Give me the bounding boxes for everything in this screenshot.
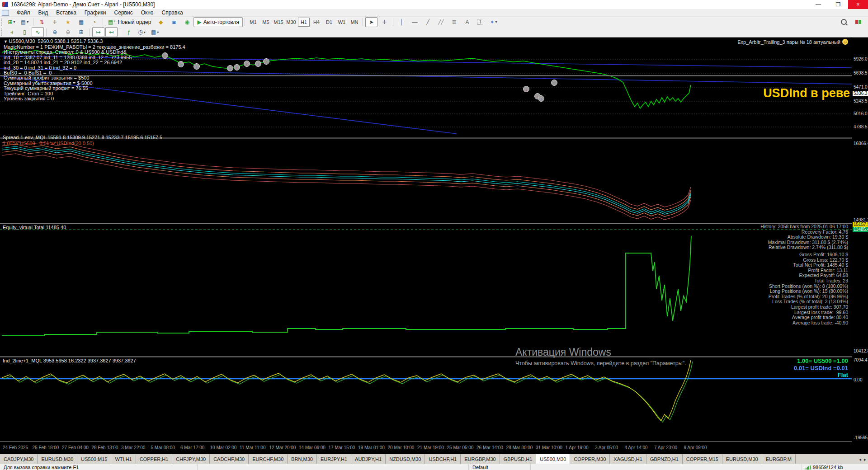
chart-tab-BRN,M30[interactable]: BRN,M30	[288, 454, 317, 464]
horizontal-line-button[interactable]: —	[409, 17, 421, 27]
candlestick-button[interactable]: ▯	[19, 27, 31, 37]
metaeditor-button[interactable]: ◆	[155, 17, 167, 27]
chart-tab-EURGBP,M[interactable]: EURGBP,M	[762, 454, 796, 464]
chart-window-icon[interactable]	[2, 10, 9, 16]
mql5-community-button[interactable]: ◙	[168, 17, 180, 27]
strategy-tester-button[interactable]: ◔	[88, 17, 100, 27]
timeframe-H4[interactable]: H4	[311, 18, 322, 27]
search-button[interactable]	[838, 17, 850, 27]
market-watch-button[interactable]: ⇅	[36, 17, 48, 27]
chart-tab-CADCHF,M30[interactable]: CADCHF,M30	[210, 454, 249, 464]
trade-marker[interactable]: ↓	[538, 96, 544, 102]
shapes-button[interactable]: ✦▾	[487, 17, 500, 27]
chart-tab-AUDJPY,H1[interactable]: AUDJPY,H1	[351, 454, 386, 464]
cursor-button[interactable]: ➤	[365, 17, 377, 27]
chart-shift-button[interactable]: ↤	[105, 27, 118, 37]
chart-tab-XAGUSD,H1[interactable]: XAGUSD,H1	[610, 454, 646, 464]
toolbar-grip[interactable]	[1, 28, 4, 36]
trade-marker[interactable]: ↑	[552, 80, 557, 86]
new-chart-button[interactable]: ⊞▾	[5, 17, 18, 27]
trade-marker[interactable]: ↓	[524, 86, 529, 92]
trade-marker[interactable]: ↓	[194, 64, 200, 70]
menu-Вставка[interactable]: Вставка	[52, 9, 80, 16]
chart-tab-USDCHF,H1[interactable]: USDCHF,H1	[425, 454, 461, 464]
price-scale[interactable]: 5926.05698.55471.05336.35243.55016.04788…	[852, 38, 868, 441]
navigator-button[interactable]: ★	[62, 17, 74, 27]
auto-scroll-button[interactable]: ↦	[92, 27, 104, 37]
menu-Файл[interactable]: Файл	[13, 9, 34, 16]
timeframe-M15[interactable]: M15	[273, 18, 284, 27]
tile-windows-button[interactable]: ⊞	[75, 27, 87, 37]
signals-button[interactable]: ◉	[181, 17, 193, 27]
auto-trading-button[interactable]: ▶ Авто-торговля	[193, 17, 242, 27]
chart-tab-COPPER,H1[interactable]: COPPER,H1	[136, 454, 173, 464]
menu-Графики[interactable]: Графики	[80, 9, 110, 16]
templates-button[interactable]: ▦▾	[149, 27, 161, 37]
chart-tab-COPPER,M30[interactable]: COPPER,M30	[570, 454, 610, 464]
terminal-button[interactable]: ▦	[75, 17, 87, 27]
trade-marker[interactable]: ↓	[244, 61, 250, 67]
vertical-line-button[interactable]: │	[396, 17, 408, 27]
trendline-button[interactable]: ╱	[422, 17, 434, 27]
periods-button[interactable]: ◷▾	[136, 27, 148, 37]
data-window-button[interactable]: ✛	[49, 17, 61, 27]
trade-marker[interactable]: ↑	[234, 65, 240, 70]
bar-chart-button[interactable]: ⫞	[5, 27, 18, 37]
chart-tab-EURJPY,H1[interactable]: EURJPY,H1	[317, 454, 351, 464]
trade-marker[interactable]: ↓	[178, 61, 184, 67]
timeframe-M5[interactable]: M5	[260, 18, 272, 27]
profiles-button[interactable]: ▤▾	[19, 17, 31, 27]
line-chart-button[interactable]: ∿	[32, 27, 44, 37]
timeframe-H1[interactable]: H1	[298, 18, 310, 27]
date-axis[interactable]: 24 Feb 202525 Feb 18:0027 Feb 04:0028 Fe…	[0, 441, 852, 454]
connection-button[interactable]	[852, 17, 864, 27]
toolbar-grip[interactable]	[1, 19, 4, 26]
channel-button[interactable]: ╱╱	[435, 17, 447, 27]
restore-button[interactable]: ❐	[828, 0, 848, 9]
menu-Вид[interactable]: Вид	[34, 9, 52, 16]
chart-tab-GBPNZD,H1[interactable]: GBPNZD,H1	[646, 454, 683, 464]
crosshair-button[interactable]: ✛	[378, 17, 391, 27]
chart-tab-NZDUSD,M30[interactable]: NZDUSD,M30	[386, 454, 425, 464]
zoom-in-button[interactable]: ⊕	[49, 27, 61, 37]
timeframe-M1[interactable]: M1	[247, 18, 259, 27]
timeframe-D1[interactable]: D1	[323, 18, 335, 27]
trade-marker[interactable]: ↑	[264, 59, 269, 65]
timeframe-W1[interactable]: W1	[336, 18, 348, 27]
chart-tab-US500,M15[interactable]: US500,M15	[77, 454, 111, 464]
zoom-out-button[interactable]: ⊖	[62, 27, 74, 37]
trade-marker[interactable]: ↓	[162, 53, 168, 59]
text-label-button[interactable]: T	[474, 17, 486, 27]
tab-scroll-right-icon[interactable]: ▸	[864, 457, 866, 462]
status-profile[interactable]: Default	[469, 464, 531, 470]
menu-Справка[interactable]: Справка	[158, 9, 187, 16]
chart-tab-GBPUSD,H1[interactable]: GBPUSD,H1	[500, 454, 537, 464]
new-order-button[interactable]: ▤⁺ Новый ордер	[105, 18, 154, 27]
trade-marker[interactable]: ↓	[255, 61, 261, 67]
timeframe-M30[interactable]: M30	[285, 18, 297, 27]
chart-area[interactable]: ↓↓↓↓↑↓↓↑↓↑↓↑ ▼ US500,M30 5260.0 5388.1 5…	[0, 38, 852, 441]
chart-tab-WTI,H1[interactable]: WTI,H1	[111, 454, 136, 464]
chart-tab-EURGBP,M30[interactable]: EURGBP,M30	[461, 454, 500, 464]
symbol-dropdown-icon[interactable]: ▼	[4, 39, 9, 44]
chart-tab-COPPER,M15[interactable]: COPPER,M15	[683, 454, 722, 464]
tab-scroll-left-icon[interactable]: ◂	[859, 457, 861, 462]
chart-tab-EURCHF,M30[interactable]: EURCHF,M30	[249, 454, 288, 464]
trade-marker[interactable]: ↓	[227, 66, 233, 71]
chart-tab-US500,M30[interactable]: US500,M30	[536, 454, 570, 464]
date-label: 3 Apr 05:00	[595, 445, 618, 450]
chart-tab-EURUSD,M30[interactable]: EURUSD,M30	[722, 454, 762, 464]
text-button[interactable]: A	[461, 17, 473, 27]
indicators-button[interactable]: ƒ	[123, 27, 135, 37]
fibonacci-button[interactable]: ≣	[448, 17, 460, 27]
chart-tab-CHFJPY,M30[interactable]: CHFJPY,M30	[172, 454, 210, 464]
date-label: 25 Feb 18:00	[33, 445, 59, 450]
minimize-button[interactable]: —	[808, 0, 828, 9]
timeframe-MN[interactable]: MN	[349, 18, 360, 27]
close-button[interactable]: ×	[848, 0, 868, 9]
menu-Окно[interactable]: Окно	[137, 9, 158, 16]
menu-Сервис[interactable]: Сервис	[110, 9, 137, 16]
ea-smiley-icon[interactable]: ☺	[842, 39, 848, 45]
chart-tab-CADJPY,M30[interactable]: CADJPY,M30	[0, 454, 38, 464]
chart-tab-EURUSD,M30[interactable]: EURUSD,M30	[38, 454, 77, 464]
